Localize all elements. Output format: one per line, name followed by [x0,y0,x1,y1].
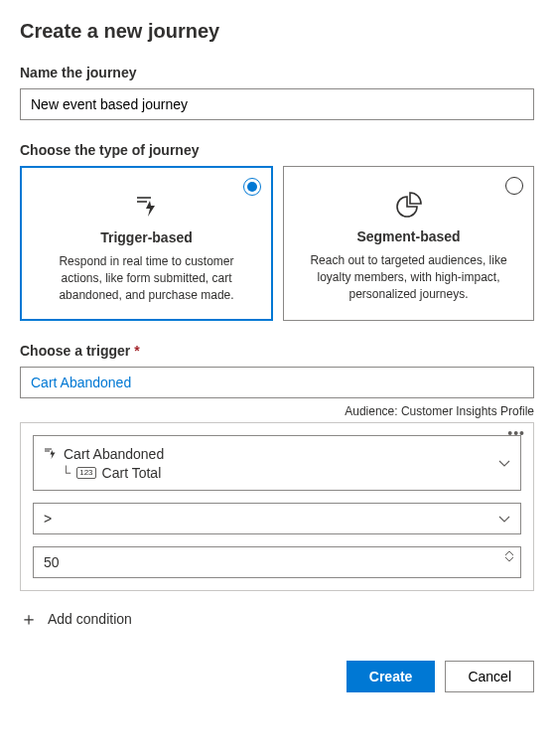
lightning-icon [38,192,255,220]
lightning-mini-icon [44,446,58,463]
card-trigger-based[interactable]: Trigger-based Respond in real time to cu… [20,166,273,321]
trigger-label: Choose a trigger * [20,343,534,359]
card-title-segment: Segment-based [300,228,517,244]
audience-text: Audience: Customer Insights Profile [20,404,534,418]
condition-value-input[interactable]: 50 [33,546,521,578]
chevron-down-icon [498,455,510,471]
page-title: Create a new journey [20,20,534,43]
card-desc-trigger: Respond in real time to customer actions… [38,253,255,303]
type-label: Choose the type of journey [20,142,534,158]
more-icon[interactable]: ••• [507,425,525,441]
add-condition-label: Add condition [48,611,132,627]
card-segment-based[interactable]: Segment-based Reach out to targeted audi… [283,166,534,321]
radio-segment-based[interactable] [505,177,523,195]
spinner-icon[interactable] [504,550,514,562]
pie-chart-icon [300,191,517,219]
card-desc-segment: Reach out to targeted audiences, like lo… [300,252,517,302]
cancel-button[interactable]: Cancel [445,661,534,692]
journey-name-input[interactable] [20,88,534,120]
chevron-down-icon [498,511,510,527]
card-title-trigger: Trigger-based [38,229,255,245]
create-button[interactable]: Create [346,661,436,692]
add-condition-button[interactable]: ＋ Add condition [20,607,534,631]
condition-box: ••• Cart Abandoned └ 123 Cart Total [20,422,534,591]
radio-trigger-based[interactable] [243,178,261,196]
condition-child: Cart Total [102,465,162,481]
elbow-icon: └ [62,465,70,480]
operator-value: > [44,511,52,527]
condition-value: 50 [44,554,60,570]
number-badge-icon: 123 [76,467,95,479]
name-label: Name the journey [20,65,534,80]
condition-operator-select[interactable]: > [33,503,521,534]
condition-root: Cart Abandoned [64,446,164,462]
plus-icon: ＋ [20,607,38,631]
trigger-input[interactable] [20,367,534,398]
condition-field-select[interactable]: Cart Abandoned └ 123 Cart Total [33,435,521,491]
